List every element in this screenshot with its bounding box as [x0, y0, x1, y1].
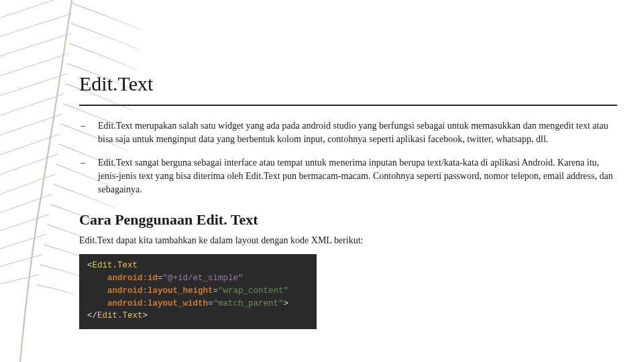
- slide-content: Edit.Text Edit.Text merupakan salah satu…: [79, 72, 617, 329]
- bullet-list: Edit.Text merupakan salah satu widget ya…: [79, 119, 617, 196]
- xml-code-block: <Edit.Text android:id="@+id/et_simple" a…: [79, 254, 317, 329]
- slide-title: Edit.Text: [79, 72, 617, 95]
- intro-text: Edit.Text dapat kita tambahkan ke dalam …: [79, 235, 617, 246]
- title-rule: [79, 105, 617, 106]
- subheading: Cara Penggunaan Edit. Text: [79, 211, 617, 229]
- bullet-item: Edit.Text merupakan salah satu widget ya…: [79, 119, 617, 147]
- bullet-item: Edit.Text sangat berguna sebagai interfa…: [79, 156, 617, 197]
